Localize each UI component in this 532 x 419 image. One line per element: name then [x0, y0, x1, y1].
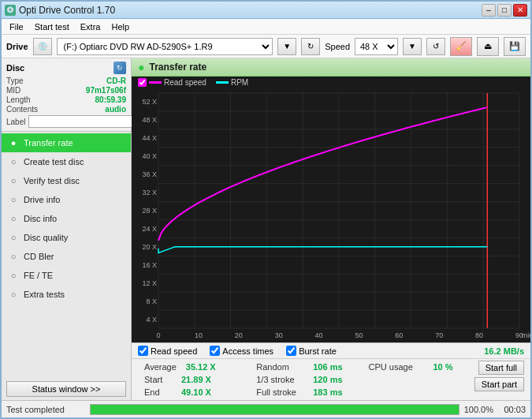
legend-read-speed-checkbox[interactable]	[138, 78, 147, 87]
stat-end-label: End	[144, 387, 172, 397]
disc-contents-row: Contents audio	[6, 105, 126, 114]
cb-burst-rate: Burst rate	[286, 346, 337, 356]
nav-item-extra-tests[interactable]: ○ Extra tests	[2, 285, 131, 304]
nav-item-create-test-disc[interactable]: ○ Create test disc	[2, 152, 131, 171]
drive-rotate-icon[interactable]: ↺	[426, 38, 445, 55]
stat-start-value: 21.89 X	[181, 375, 221, 384]
speed-down-icon[interactable]: ▼	[403, 38, 422, 55]
maximize-button[interactable]: □	[497, 4, 512, 17]
checkboxes-row: Read speed Access times Burst rate 16.2 …	[132, 343, 530, 359]
status-bar: Test completed 100.0% 00:03	[2, 400, 530, 417]
cb-access-times-input[interactable]	[210, 346, 220, 356]
legend-read-speed: Read speed	[138, 78, 206, 87]
stat-cpu-value: 10 %	[433, 362, 457, 372]
nav-label-disc-info: Disc info	[24, 214, 57, 223]
nav-item-fe-te[interactable]: ○ FE / TE	[2, 266, 131, 285]
cb-access-times: Access times	[210, 346, 273, 356]
drive-down-icon[interactable]: ▼	[277, 38, 296, 55]
disc-label-row: Label ⚙	[6, 115, 126, 128]
cb-burst-rate-label: Burst rate	[299, 346, 337, 356]
transfer-rate-icon: ●	[8, 137, 19, 148]
body-area: Disc ↻ Type CD-R MID 97m17s06f Length 80…	[2, 58, 530, 400]
fe-te-icon: ○	[8, 270, 19, 281]
stat-cpu-label: CPU usage	[369, 362, 424, 372]
menu-bar: File Start test Extra Help	[2, 19, 530, 35]
nav-item-disc-quality[interactable]: ○ Disc quality	[2, 228, 131, 247]
nav-item-drive-info[interactable]: ○ Drive info	[2, 190, 131, 209]
stat-average: Average 35.12 X	[138, 361, 250, 373]
cb-burst-rate-input[interactable]	[286, 346, 296, 356]
menu-start-test[interactable]: Start test	[30, 21, 74, 33]
start-full-button[interactable]: Start full	[478, 361, 524, 375]
drive-label: Drive	[6, 42, 28, 51]
disc-type-row: Type CD-R	[6, 77, 126, 85]
minimize-button[interactable]: –	[482, 4, 496, 17]
legend-rpm: RPM	[216, 78, 248, 87]
disc-label-input[interactable]	[28, 115, 133, 128]
status-window-button[interactable]: Status window >>	[6, 381, 126, 397]
stats-col2: Random 106 ms 1/3 stroke 120 ms Full str…	[250, 361, 362, 398]
stat-end: End 49.10 X	[138, 386, 250, 398]
disc-type-label: Type	[6, 77, 24, 85]
disc-info-icon: ○	[8, 213, 19, 224]
drive-refresh-icon[interactable]: ↻	[301, 38, 320, 55]
disc-type-value: CD-R	[106, 77, 126, 85]
title-bar: 💿 Opti Drive Control 1.70 – □ ✕	[2, 2, 530, 19]
nav-label-cd-bler: CD Bler	[24, 252, 54, 261]
disc-title: Disc	[6, 63, 24, 73]
disc-length-value: 80:59.39	[95, 95, 126, 104]
cb-read-speed: Read speed	[138, 346, 197, 356]
chart-area	[132, 88, 530, 342]
disc-label-label: Label	[6, 118, 25, 126]
nav-item-verify-test-disc[interactable]: ○ Verify test disc	[2, 171, 131, 190]
stat-average-label: Average	[144, 362, 177, 372]
chart-title: Transfer rate	[149, 62, 206, 73]
stat-end-value: 49.10 X	[181, 387, 221, 397]
stat-random-value: 106 ms	[313, 362, 344, 372]
drive-save-icon[interactable]: 💾	[504, 37, 526, 56]
stats-col1: Average 35.12 X Start 21.89 X End 49.10 …	[138, 361, 250, 398]
progress-bar	[91, 405, 459, 414]
stat-random: Random 106 ms	[250, 361, 362, 373]
disc-mid-value: 97m17s06f	[86, 86, 126, 95]
action-buttons: Start full Start part	[474, 361, 524, 391]
drive-eject2-icon[interactable]: ⏏	[477, 37, 499, 56]
close-button[interactable]: ✕	[513, 4, 527, 17]
stat-1-3-stroke-value: 120 ms	[313, 375, 344, 384]
drive-select[interactable]: (F:) Optiarc DVD RW AD-5290S+ 1.R9	[57, 38, 273, 55]
drive-eject-icon[interactable]: 💿	[33, 38, 52, 55]
cb-read-speed-input[interactable]	[138, 346, 148, 356]
chart-canvas	[132, 88, 530, 342]
disc-contents-value: audio	[105, 105, 126, 114]
legend-rpm-color	[216, 81, 229, 84]
stat-1-3-stroke-label: 1/3 stroke	[256, 375, 303, 384]
progress-container	[90, 404, 459, 415]
nav-item-transfer-rate[interactable]: ● Transfer rate	[2, 133, 131, 152]
stat-start: Start 21.89 X	[138, 373, 250, 386]
stat-average-value: 35.12 X	[186, 362, 225, 372]
stat-random-label: Random	[256, 362, 303, 372]
legend-read-speed-color	[149, 81, 162, 84]
speed-select[interactable]: 48 X	[355, 38, 398, 55]
nav-label-drive-info: Drive info	[24, 195, 60, 204]
cb-access-times-label: Access times	[222, 346, 273, 356]
menu-file[interactable]: File	[5, 21, 28, 33]
legend-rpm-label: RPM	[231, 78, 248, 87]
disc-refresh-button[interactable]: ↻	[113, 62, 126, 74]
menu-help[interactable]: Help	[106, 21, 134, 33]
stat-full-stroke: Full stroke 183 ms	[250, 386, 362, 398]
stat-full-stroke-label: Full stroke	[256, 387, 303, 397]
chart-header-icon: ●	[138, 61, 144, 73]
disc-length-row: Length 80:59.39	[6, 95, 126, 104]
bottom-section: Read speed Access times Burst rate 16.2 …	[132, 342, 530, 400]
create-test-disc-icon: ○	[8, 156, 19, 167]
nav-item-cd-bler[interactable]: ○ CD Bler	[2, 247, 131, 266]
menu-extra[interactable]: Extra	[76, 21, 106, 33]
stat-1-3-stroke: 1/3 stroke 120 ms	[250, 373, 362, 386]
drive-eraser-icon[interactable]: 🧹	[450, 37, 472, 56]
cb-read-speed-label: Read speed	[151, 346, 197, 356]
nav-item-disc-info[interactable]: ○ Disc info	[2, 209, 131, 228]
timer: 00:03	[498, 405, 526, 414]
stats-col3: CPU usage 10 %	[363, 361, 474, 373]
start-part-button[interactable]: Start part	[474, 377, 524, 391]
